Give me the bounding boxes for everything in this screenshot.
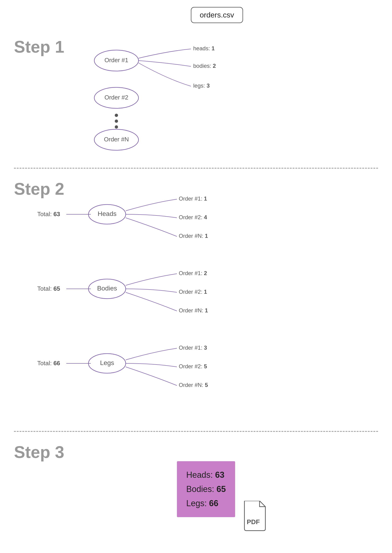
svg-text:legs: 3: legs: 3 bbox=[193, 82, 210, 89]
step1-label: Step 1 bbox=[14, 37, 64, 56]
svg-text:Legs: Legs bbox=[100, 359, 114, 366]
svg-text:Order #2: 5: Order #2: 5 bbox=[179, 363, 207, 369]
svg-point-7 bbox=[115, 114, 118, 117]
svg-text:Order #N: 5: Order #N: 5 bbox=[179, 382, 208, 388]
svg-text:PDF: PDF bbox=[247, 518, 260, 525]
svg-text:Heads: Heads bbox=[98, 210, 117, 217]
svg-text:Order #1: Order #1 bbox=[105, 57, 128, 64]
file-badge: orders.csv bbox=[191, 7, 243, 23]
svg-text:Total: 63: Total: 63 bbox=[37, 211, 60, 218]
step1-diagram: Order #1 heads: 1 bodies: 2 legs: 3 Orde… bbox=[70, 33, 256, 154]
step3-label: Step 3 bbox=[14, 443, 64, 462]
svg-text:Total: 65: Total: 65 bbox=[37, 285, 60, 292]
svg-text:Order #2: Order #2 bbox=[105, 94, 128, 101]
svg-text:Order #N: 1: Order #N: 1 bbox=[179, 233, 208, 239]
result-heads: Heads: 63 bbox=[186, 468, 226, 482]
svg-text:bodies: 2: bodies: 2 bbox=[193, 63, 216, 69]
svg-text:Order #1: 3: Order #1: 3 bbox=[179, 345, 207, 351]
pdf-icon: PDF bbox=[242, 501, 268, 531]
svg-text:Total: 66: Total: 66 bbox=[37, 360, 60, 367]
svg-point-9 bbox=[115, 125, 118, 128]
svg-text:Order #1: 2: Order #1: 2 bbox=[179, 270, 207, 276]
divider-2 bbox=[14, 431, 378, 432]
svg-text:Order #1: 1: Order #1: 1 bbox=[179, 195, 207, 202]
svg-text:Order #N: 1: Order #N: 1 bbox=[179, 307, 208, 313]
svg-text:Order #N: Order #N bbox=[104, 136, 129, 143]
divider-1 bbox=[14, 168, 378, 169]
step2-diagram: Total: 63 Heads Order #1: 1 Order #2: 4 … bbox=[23, 182, 279, 415]
svg-text:Bodies: Bodies bbox=[97, 285, 117, 292]
result-legs: Legs: 66 bbox=[186, 496, 226, 510]
svg-text:heads: 1: heads: 1 bbox=[193, 45, 215, 51]
svg-text:Order #2: 1: Order #2: 1 bbox=[179, 289, 207, 295]
svg-point-8 bbox=[115, 120, 118, 123]
svg-text:Order #2: 4: Order #2: 4 bbox=[179, 214, 207, 220]
result-bodies: Bodies: 65 bbox=[186, 482, 226, 496]
result-box: Heads: 63 Bodies: 65 Legs: 66 bbox=[177, 461, 235, 517]
